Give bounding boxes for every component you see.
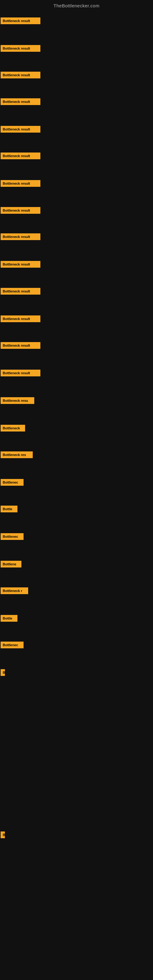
bottleneck-badge-18[interactable]: Bottle [1,506,18,512]
bottleneck-badge-25[interactable]: B [1,832,5,838]
bottleneck-badge-15[interactable]: Bottleneck [1,425,25,431]
bottleneck-badge-4[interactable]: Bottleneck result [1,126,40,133]
bottleneck-badge-21[interactable]: Bottleneck r [1,587,28,594]
bottleneck-badge-24[interactable]: B [1,669,5,676]
bottleneck-badge-2[interactable]: Bottleneck result [1,72,40,78]
bottleneck-badge-6[interactable]: Bottleneck result [1,180,40,187]
bottleneck-badge-14[interactable]: Bottleneck resu [1,397,34,404]
bottleneck-badge-8[interactable]: Bottleneck result [1,233,40,240]
bottleneck-badge-16[interactable]: Bottleneck res [1,452,33,458]
bottleneck-badge-11[interactable]: Bottleneck result [1,315,40,322]
bottleneck-badge-17[interactable]: Bottlenec [1,479,24,486]
bottleneck-badge-23[interactable]: Bottlenec [1,641,24,648]
bottleneck-badge-0[interactable]: Bottleneck result [1,18,40,24]
bottleneck-badge-12[interactable]: Bottleneck result [1,342,40,349]
bottleneck-badge-1[interactable]: Bottleneck result [1,45,40,52]
bottleneck-badge-20[interactable]: Bottlene [1,561,21,568]
bottleneck-badge-13[interactable]: Bottleneck result [1,370,40,376]
bottleneck-badge-5[interactable]: Bottleneck result [1,153,40,159]
bottleneck-badge-22[interactable]: Bottle [1,615,18,622]
bottleneck-badge-7[interactable]: Bottleneck result [1,207,40,214]
site-title: TheBottlenecker.com [0,1,153,10]
bottleneck-badge-19[interactable]: Bottlenec [1,533,24,540]
bottleneck-badge-10[interactable]: Bottleneck result [1,288,40,294]
page-wrapper: TheBottlenecker.com Bottleneck resultBot… [0,0,153,980]
bottleneck-badge-9[interactable]: Bottleneck result [1,261,40,268]
bottleneck-badge-3[interactable]: Bottleneck result [1,98,40,105]
